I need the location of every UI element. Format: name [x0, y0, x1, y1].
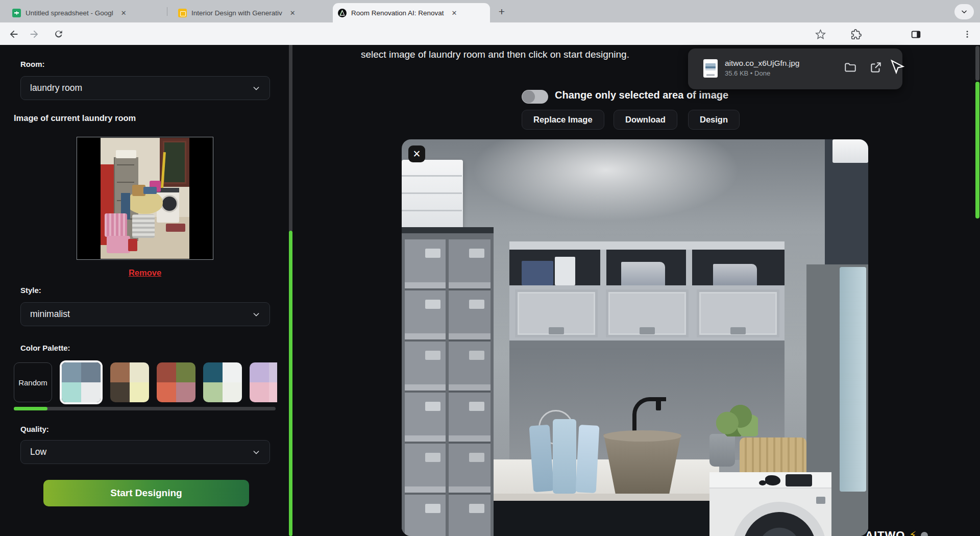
- slides-favicon-icon: [178, 9, 187, 17]
- palette-swatch-5[interactable]: [250, 362, 277, 402]
- show-in-folder-icon[interactable]: [844, 61, 857, 76]
- tab-strip: Untitled spreadsheet - Googl ✕ Interior …: [0, 0, 980, 22]
- selected-area-toggle[interactable]: [522, 90, 548, 104]
- tab-title: Room Renovation AI: Renovat: [351, 9, 444, 17]
- design-button[interactable]: Design: [688, 110, 740, 130]
- laundry-room-photo: [101, 138, 189, 259]
- tab-search-chevron-button[interactable]: [954, 4, 974, 19]
- sidebar-scrollbar-thumb[interactable]: [289, 231, 292, 536]
- watermark-dot: [921, 532, 928, 536]
- toggle-knob: [522, 90, 535, 103]
- open-in-new-icon[interactable]: [869, 61, 883, 76]
- style-label: Style:: [20, 286, 41, 295]
- reload-button[interactable]: [51, 27, 66, 42]
- palette-swatch-3[interactable]: [157, 362, 195, 402]
- aitwo-favicon-icon: [338, 9, 347, 17]
- room-select-value: laundry room: [30, 83, 82, 93]
- room-select[interactable]: laundry room: [20, 76, 270, 100]
- tab-spreadsheet[interactable]: Untitled spreadsheet - Googl ✕: [7, 3, 161, 22]
- palette-swatch-2[interactable]: [110, 362, 149, 402]
- forward-button[interactable]: [27, 27, 42, 42]
- site-watermark: AITWO ⚡: [865, 529, 928, 536]
- room-label: Room:: [20, 60, 45, 68]
- palette-swatch-1[interactable]: [60, 360, 103, 404]
- jpg-file-icon: [703, 59, 718, 78]
- bolt-icon: ⚡: [909, 529, 917, 536]
- download-button[interactable]: Download: [614, 110, 677, 130]
- watermark-text: AITWO: [865, 529, 905, 536]
- palette-swatch-4[interactable]: [203, 362, 242, 402]
- palette-scrollbar[interactable]: [14, 407, 276, 410]
- palette-label: Color Palette:: [20, 344, 70, 352]
- chevron-down-icon: [252, 448, 260, 456]
- tab-close-icon[interactable]: ✕: [452, 9, 457, 17]
- chevron-down-icon: [252, 310, 260, 319]
- palette-scrollbar-thumb[interactable]: [14, 407, 47, 410]
- page-content: Room: laundry room Image of current laun…: [0, 45, 980, 536]
- tab-close-icon[interactable]: ✕: [290, 9, 296, 17]
- close-image-button[interactable]: ✕: [408, 145, 425, 162]
- tab-slides[interactable]: Interior Design with Generativ ✕: [173, 3, 326, 22]
- sidebar-scrollbar-track[interactable]: [289, 45, 292, 231]
- side-panel-icon[interactable]: [908, 27, 923, 42]
- tab-title: Interior Design with Generativ: [191, 9, 282, 17]
- quality-select-value: Low: [30, 447, 46, 457]
- tab-close-icon[interactable]: ✕: [121, 9, 127, 17]
- palette-random-button[interactable]: Random: [14, 362, 52, 402]
- download-filename[interactable]: aitwo.co_x6UjGfn.jpg: [725, 59, 799, 68]
- menu-kebab-icon[interactable]: [960, 27, 975, 42]
- tab-separator: [167, 7, 167, 16]
- replace-image-button[interactable]: Replace Image: [522, 110, 604, 130]
- remove-image-link[interactable]: Remove: [0, 268, 290, 278]
- ceiling-light-glow: [473, 139, 739, 221]
- start-designing-button[interactable]: Start Designing: [43, 480, 249, 506]
- bookmark-star-icon[interactable]: [813, 27, 828, 42]
- instruction-text: select image of laundry room and then cl…: [361, 49, 629, 60]
- current-room-thumbnail[interactable]: [77, 137, 213, 260]
- browser-toolbar: aitwo.co/ai-interior-design: [0, 22, 980, 45]
- sheets-favicon-icon: [12, 9, 21, 17]
- image-section-label: Image of current laundry room: [14, 113, 136, 123]
- page-scrollbar-segment[interactable]: [975, 46, 979, 81]
- tab-room-renovation-active[interactable]: Room Renovation AI: Renovat ✕: [333, 3, 490, 22]
- quality-select[interactable]: Low: [20, 440, 270, 464]
- palette-row: Random: [14, 359, 277, 405]
- toggle-label: Change only selected area of image: [555, 89, 728, 101]
- mouse-cursor: [889, 59, 904, 79]
- download-meta: 35.6 KB • Done: [725, 69, 770, 77]
- quality-label: Quality:: [20, 425, 49, 433]
- generated-room-image: ✕: [402, 139, 868, 536]
- style-select[interactable]: minimalist: [20, 302, 270, 326]
- new-tab-button[interactable]: +: [494, 4, 509, 19]
- style-select-value: minimalist: [30, 309, 70, 320]
- extensions-icon[interactable]: [848, 27, 864, 42]
- chevron-down-icon: [252, 84, 260, 92]
- page-scrollbar-thumb[interactable]: [975, 82, 979, 218]
- tab-title: Untitled spreadsheet - Googl: [26, 9, 113, 17]
- download-bubble: aitwo.co_x6UjGfn.jpg 35.6 KB • Done: [688, 48, 902, 89]
- back-button[interactable]: [6, 27, 21, 42]
